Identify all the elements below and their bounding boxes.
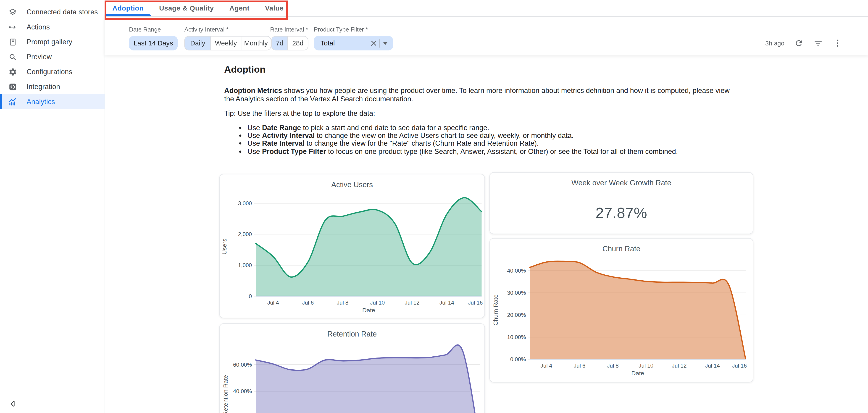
svg-text:Jul 6: Jul 6 bbox=[574, 362, 585, 369]
sidebar-item-label: Actions bbox=[27, 23, 50, 31]
svg-text:20.00%: 20.00% bbox=[507, 312, 526, 318]
activity-interval-segmented: Daily Weekly Monthly bbox=[184, 36, 271, 51]
svg-text:Jul 16: Jul 16 bbox=[468, 299, 483, 306]
svg-text:Jul 4: Jul 4 bbox=[540, 362, 552, 369]
svg-text:Jul 14: Jul 14 bbox=[439, 299, 454, 306]
rate-interval-28d[interactable]: 28d bbox=[288, 36, 308, 50]
tips-list: Use Date Range to pick a start and end d… bbox=[224, 124, 741, 156]
list-item: Use Activity Interval to change the view… bbox=[247, 132, 741, 140]
collapse-sidebar-icon[interactable] bbox=[7, 398, 18, 409]
list-item: Use Date Range to pick a start and end d… bbox=[247, 124, 741, 132]
svg-text:Churn Rate: Churn Rate bbox=[492, 294, 499, 325]
svg-text:Jul 14: Jul 14 bbox=[705, 362, 720, 369]
chart-title: Retention Rate bbox=[220, 330, 485, 338]
svg-text:Jul 4: Jul 4 bbox=[267, 299, 279, 306]
prompt-gallery-icon bbox=[8, 37, 17, 46]
rate-interval-segmented: 7d 28d bbox=[271, 36, 308, 51]
clear-filter-icon[interactable] bbox=[370, 40, 377, 46]
date-range-button[interactable]: Last 14 Days bbox=[129, 36, 178, 51]
activity-interval-label: Activity Interval * bbox=[184, 26, 228, 33]
svg-text:0.00%: 0.00% bbox=[510, 356, 526, 362]
svg-text:3,000: 3,000 bbox=[238, 200, 252, 206]
preview-icon bbox=[8, 52, 17, 61]
svg-text:Retention Rate: Retention Rate bbox=[222, 375, 229, 413]
integration-icon bbox=[8, 82, 17, 91]
svg-text:40.00%: 40.00% bbox=[507, 267, 526, 274]
actions-icon bbox=[8, 22, 17, 31]
select-divider bbox=[379, 39, 380, 47]
svg-text:60.00%: 60.00% bbox=[233, 362, 252, 368]
analytics-icon bbox=[8, 97, 17, 106]
sidebar-item-label: Connected data stores bbox=[27, 8, 98, 16]
rate-interval-7d[interactable]: 7d bbox=[272, 36, 288, 50]
main-content: Adoption Adoption Metrics shows you how … bbox=[104, 55, 868, 413]
configurations-icon bbox=[8, 67, 17, 76]
svg-text:Date: Date bbox=[362, 307, 375, 314]
product-type-filter-value: Total bbox=[320, 39, 370, 47]
tab-value[interactable]: Value bbox=[257, 0, 291, 16]
svg-text:2,000: 2,000 bbox=[238, 231, 252, 237]
product-type-filter-label: Product Type Filter * bbox=[314, 26, 368, 33]
svg-text:40.00%: 40.00% bbox=[233, 388, 252, 394]
svg-text:Jul 8: Jul 8 bbox=[607, 362, 619, 369]
wow-growth-rate-card: Week over Week Growth Rate 27.87% bbox=[489, 172, 753, 234]
svg-text:Jul 10: Jul 10 bbox=[370, 299, 385, 306]
active-users-card: 01,0002,0003,000Jul 4Jul 6Jul 8Jul 10Jul… bbox=[219, 174, 485, 318]
data-stores-icon bbox=[8, 7, 17, 17]
svg-text:Date: Date bbox=[631, 370, 644, 377]
sidebar-item-preview[interactable]: Preview bbox=[0, 49, 104, 64]
refresh-icon[interactable] bbox=[794, 38, 804, 48]
more-options-kebab-icon[interactable] bbox=[833, 38, 843, 48]
sidebar-item-label: Preview bbox=[27, 53, 52, 61]
sidebar-item-analytics[interactable]: Analytics bbox=[0, 94, 104, 109]
activity-interval-weekly[interactable]: Weekly bbox=[211, 36, 241, 50]
tab-usage-quality[interactable]: Usage & Quality bbox=[151, 0, 222, 16]
app-window: Connected data stores Actions Prompt gal… bbox=[0, 0, 868, 413]
sidebar-item-configurations[interactable]: Configurations bbox=[0, 64, 104, 79]
churn-rate-chart: 0.00%10.00%20.00%30.00%40.00%Jul 4Jul 6J… bbox=[490, 239, 753, 382]
svg-text:1,000: 1,000 bbox=[238, 262, 252, 268]
docs-section: Adoption Adoption Metrics shows you how … bbox=[224, 64, 741, 156]
sidebar-item-label: Prompt gallery bbox=[27, 38, 72, 46]
svg-text:Jul 6: Jul 6 bbox=[302, 299, 314, 306]
sidebar-item-actions[interactable]: Actions bbox=[0, 20, 104, 34]
intro-paragraph: Adoption Metrics shows you how people ar… bbox=[224, 87, 741, 103]
svg-text:30.00%: 30.00% bbox=[507, 290, 526, 296]
rate-interval-label: Rate Interval * bbox=[270, 26, 308, 33]
date-range-label: Date Range bbox=[129, 26, 161, 33]
retention-rate-card: 0.00%20.00%40.00%60.00%Jul 4Jul 6Jul 8Ju… bbox=[219, 323, 485, 413]
chart-title: Active Users bbox=[220, 180, 485, 189]
svg-text:Users: Users bbox=[221, 239, 228, 255]
chevron-down-icon[interactable] bbox=[383, 42, 388, 44]
last-refreshed-text: 3h ago bbox=[765, 40, 784, 46]
svg-text:10.00%: 10.00% bbox=[507, 334, 526, 340]
svg-text:Jul 10: Jul 10 bbox=[639, 362, 653, 369]
tab-adoption[interactable]: Adoption bbox=[104, 0, 151, 16]
svg-text:Jul 12: Jul 12 bbox=[405, 299, 420, 306]
list-item: Use Rate Interval to change the view for… bbox=[247, 140, 741, 148]
active-users-chart: 01,0002,0003,000Jul 4Jul 6Jul 8Jul 10Jul… bbox=[220, 174, 485, 318]
sidebar-item-connected-data-stores[interactable]: Connected data stores bbox=[0, 4, 104, 19]
sidebar: Connected data stores Actions Prompt gal… bbox=[0, 0, 105, 413]
sidebar-item-prompt-gallery[interactable]: Prompt gallery bbox=[0, 34, 104, 49]
activity-interval-daily[interactable]: Daily bbox=[185, 36, 211, 50]
svg-text:Jul 8: Jul 8 bbox=[337, 299, 348, 306]
chart-title: Week over Week Growth Rate bbox=[490, 179, 753, 187]
tab-agent[interactable]: Agent bbox=[222, 0, 257, 16]
churn-rate-card: 0.00%10.00%20.00%30.00%40.00%Jul 4Jul 6J… bbox=[489, 238, 753, 383]
svg-text:0: 0 bbox=[249, 293, 252, 299]
svg-text:Jul 16: Jul 16 bbox=[732, 362, 747, 369]
chart-title: Churn Rate bbox=[490, 245, 753, 253]
svg-text:Jul 12: Jul 12 bbox=[672, 362, 687, 369]
product-type-filter-select[interactable]: Total bbox=[314, 36, 393, 51]
filter-bar: Date Range Last 14 Days Activity Interva… bbox=[104, 16, 868, 55]
sidebar-item-label: Integration bbox=[27, 83, 60, 90]
sidebar-item-integration[interactable]: Integration bbox=[0, 79, 104, 94]
tab-bar: Adoption Usage & Quality Agent Value bbox=[104, 0, 868, 17]
page-title: Adoption bbox=[224, 64, 741, 75]
activity-interval-monthly[interactable]: Monthly bbox=[241, 36, 271, 50]
sidebar-item-label: Analytics bbox=[27, 98, 55, 105]
metric-value: 27.87% bbox=[490, 205, 753, 222]
filter-list-icon[interactable] bbox=[813, 38, 823, 48]
sidebar-item-label: Configurations bbox=[27, 68, 72, 75]
